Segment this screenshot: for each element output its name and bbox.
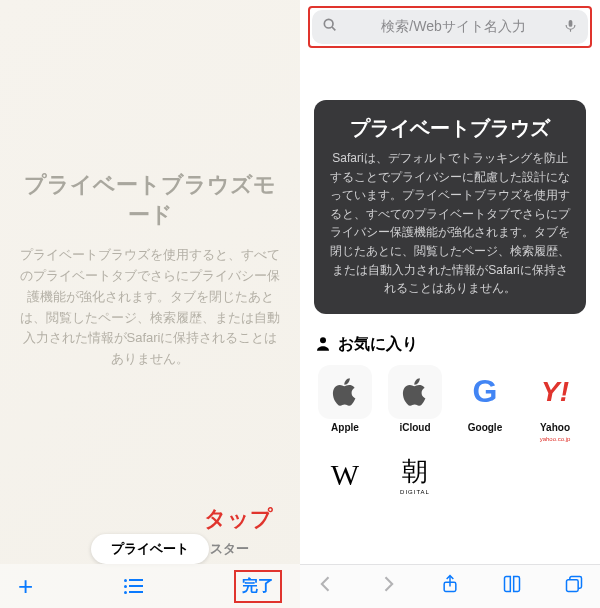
svg-rect-6: [567, 580, 579, 592]
search-bar[interactable]: 検索/Webサイト名入力: [312, 10, 588, 44]
bottom-toolbar: [300, 564, 600, 608]
mic-icon[interactable]: [563, 18, 578, 36]
left-screenshot: プライベートブラウズモード プライベートブラウズを使用すると、すべてのプライベー…: [0, 0, 300, 608]
tabs-icon[interactable]: [564, 574, 584, 599]
svg-line-1: [332, 27, 335, 30]
svg-rect-2: [569, 20, 573, 27]
person-icon: [314, 335, 332, 353]
back-icon[interactable]: [316, 574, 336, 599]
share-icon[interactable]: [440, 574, 460, 599]
favorites-heading: お気に入り: [314, 334, 586, 355]
bookmarks-icon[interactable]: [502, 574, 522, 599]
svg-point-4: [320, 338, 326, 344]
card-body: Safariは、デフォルトでトラッキングを防止することでプライバシーに配慮した設…: [328, 149, 572, 298]
private-browsing-card: プライベートブラウズ Safariは、デフォルトでトラッキングを防止することでプ…: [314, 100, 586, 314]
favorite-apple[interactable]: Apple: [314, 365, 376, 442]
done-button[interactable]: 完了: [242, 576, 274, 597]
search-bar-highlight: 検索/Webサイト名入力: [308, 6, 592, 48]
forward-icon[interactable]: [378, 574, 398, 599]
favorite-icloud[interactable]: iCloud: [384, 365, 446, 442]
right-screenshot: 検索/Webサイト名入力 プライベートブラウズ Safariは、デフォルトでトラ…: [300, 0, 600, 608]
private-mode-title: プライベートブラウズモード: [20, 170, 280, 229]
favorite-yahoo[interactable]: Y! Yahoo yahoo.co.jp: [524, 365, 586, 442]
done-button-highlight: 完了: [234, 570, 282, 603]
tab-group-chip-private[interactable]: プライベート: [91, 534, 209, 564]
search-placeholder: 検索/Webサイト名入力: [344, 18, 563, 36]
svg-point-0: [324, 19, 333, 28]
tab-group-chip-partial[interactable]: スター: [206, 534, 253, 564]
tab-list-icon[interactable]: [124, 579, 143, 594]
favorite-wikipedia[interactable]: W: [314, 448, 376, 505]
tap-annotation: タップ: [204, 504, 273, 534]
private-mode-description: プライベートブラウズを使用すると、すべてのプライベートタブでさらにプライバシー保…: [20, 245, 280, 370]
favorite-google[interactable]: G Google: [454, 365, 516, 442]
favorite-asahi[interactable]: 朝DIGITAL: [384, 448, 446, 505]
new-tab-button[interactable]: +: [18, 571, 33, 602]
card-title: プライベートブラウズ: [328, 116, 572, 141]
search-icon: [322, 17, 338, 37]
